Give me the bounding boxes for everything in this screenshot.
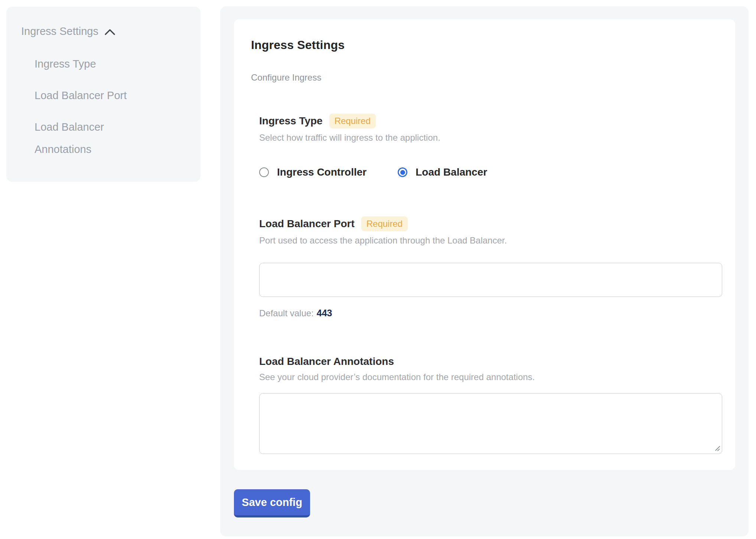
default-value: 443 [317,308,332,318]
radio-selected-icon[interactable] [398,167,407,177]
load-balancer-port-description: Port used to access the application thro… [259,235,722,246]
ingress-type-heading: Ingress Type Required [259,114,722,128]
load-balancer-annotations-textarea[interactable] [259,393,722,454]
load-balancer-annotations-heading: Load Balancer Annotations [259,355,722,368]
default-value-line: Default value:443 [259,307,722,319]
load-balancer-annotations-label: Load Balancer Annotations [259,355,394,368]
save-config-button[interactable]: Save config [234,489,310,517]
sidebar-item-ingress-type[interactable]: Ingress Type [35,53,157,75]
sidebar-item-list: Ingress Type Load Balancer Port Load Bal… [21,53,189,160]
required-badge: Required [361,216,408,231]
page-subtitle: Configure Ingress [251,72,722,83]
textarea-resize-handle[interactable] [714,445,720,451]
radio-option-load-balancer[interactable]: Load Balancer [398,166,487,178]
load-balancer-annotations-section: Load Balancer Annotations See your cloud… [259,355,722,454]
default-value-label: Default value: [259,308,314,318]
radio-label-load-balancer: Load Balancer [416,166,487,178]
ingress-type-label: Ingress Type [259,115,323,127]
sidebar-item-load-balancer-annotations[interactable]: Load Balancer Annotations [35,116,157,160]
chevron-up-icon [104,29,115,36]
form-sections: Ingress Type Required Select how traffic… [259,114,722,454]
annotations-textarea-wrap [259,393,722,454]
radio-label-ingress-controller: Ingress Controller [277,166,366,178]
main-panel: Ingress Settings Configure Ingress Ingre… [220,6,749,536]
ingress-type-radio-group: Ingress Controller Load Balancer [259,166,722,178]
sidebar-section-label: Ingress Settings [21,24,98,39]
load-balancer-annotations-description: See your cloud provider’s documentation … [259,372,722,383]
load-balancer-port-section: Load Balancer Port Required Port used to… [259,216,722,319]
load-balancer-port-heading: Load Balancer Port Required [259,216,722,231]
page-title: Ingress Settings [251,38,722,52]
sidebar-section-ingress-settings[interactable]: Ingress Settings [21,24,189,39]
load-balancer-port-label: Load Balancer Port [259,218,355,230]
settings-sidebar: Ingress Settings Ingress Type Load Balan… [6,7,201,182]
sidebar-item-load-balancer-port[interactable]: Load Balancer Port [35,84,157,107]
ingress-type-section: Ingress Type Required Select how traffic… [259,114,722,178]
ingress-type-description: Select how traffic will ingress to the a… [259,132,722,143]
ingress-settings-card: Ingress Settings Configure Ingress Ingre… [234,19,735,470]
radio-unselected-icon[interactable] [259,167,269,177]
load-balancer-port-input[interactable] [259,263,722,297]
save-config-button-label: Save config [242,496,302,509]
radio-option-ingress-controller[interactable]: Ingress Controller [259,166,366,178]
required-badge: Required [329,114,376,128]
